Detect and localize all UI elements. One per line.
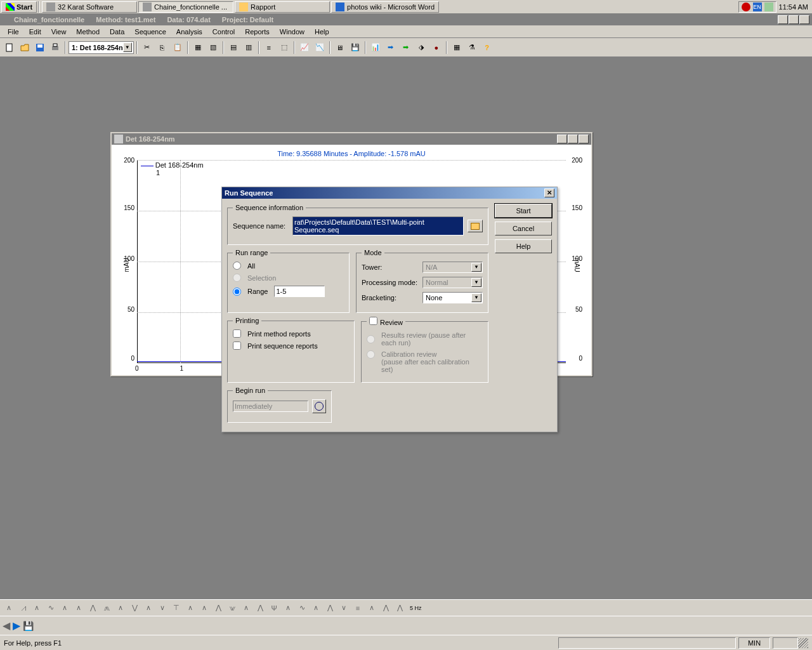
menu-analysis[interactable]: Analysis bbox=[171, 27, 207, 37]
wave-tool[interactable]: ⋀ bbox=[324, 602, 336, 614]
wave-tool[interactable]: ∧ bbox=[30, 602, 43, 614]
wave-tool[interactable]: ⋀ bbox=[379, 602, 392, 614]
wave-tool[interactable]: ∧ bbox=[3, 602, 15, 614]
task-word[interactable]: photos wiki - Microsoft Word bbox=[331, 1, 439, 13]
menu-data[interactable]: Data bbox=[105, 27, 129, 37]
wave-tool[interactable]: Ψ bbox=[268, 602, 280, 614]
paste-button[interactable]: 📋 bbox=[171, 41, 185, 55]
tool-button[interactable]: ⬗ bbox=[414, 41, 428, 55]
copy-button[interactable]: ⎘ bbox=[155, 41, 169, 55]
wave-tool[interactable]: ∧ bbox=[58, 602, 71, 614]
cut-button[interactable]: ✂ bbox=[140, 41, 154, 55]
wave-tool[interactable]: ∧ bbox=[184, 602, 197, 614]
lang-indicator[interactable]: EN bbox=[753, 3, 762, 11]
wave-tool[interactable]: ∿ bbox=[296, 602, 308, 614]
save-button[interactable]: 💾 bbox=[23, 621, 34, 631]
start-button[interactable]: Start bbox=[1, 1, 37, 13]
radio-range[interactable] bbox=[233, 288, 241, 296]
record-button[interactable]: ● bbox=[429, 41, 443, 55]
chart-button[interactable]: 📉 bbox=[313, 41, 327, 55]
wave-tool[interactable]: ∧ bbox=[72, 602, 85, 614]
menu-window[interactable]: Window bbox=[275, 27, 310, 37]
task-karat[interactable]: 32 Karat Software bbox=[42, 1, 137, 13]
tool-button[interactable]: ⚗ bbox=[465, 41, 479, 55]
sequence-name-input[interactable]: rat\Projects\Default\Data\TEST\Multi-poi… bbox=[292, 216, 464, 235]
tray-icon-2[interactable] bbox=[764, 3, 773, 11]
schedule-button[interactable] bbox=[312, 399, 326, 413]
wave-tool[interactable]: ⩘ bbox=[16, 602, 29, 614]
tray-icon-1[interactable] bbox=[742, 3, 750, 11]
restore-button[interactable]: ❐ bbox=[789, 15, 799, 24]
tool-button[interactable]: ▧ bbox=[206, 41, 220, 55]
wave-tool[interactable]: ∧ bbox=[198, 602, 211, 614]
help-button[interactable]: Help bbox=[495, 239, 552, 253]
wave-tool[interactable]: ≡ bbox=[351, 602, 364, 614]
tool-button[interactable]: ▦ bbox=[450, 41, 464, 55]
task-chaine[interactable]: Chaine_fonctionnelle ... bbox=[138, 1, 233, 13]
wave-tool[interactable]: ∧ bbox=[282, 602, 294, 614]
save-button[interactable] bbox=[33, 41, 47, 55]
new-button[interactable] bbox=[3, 41, 16, 55]
task-rapport[interactable]: Rapport bbox=[235, 1, 330, 13]
wave-tool[interactable]: ∿ bbox=[44, 602, 57, 614]
child-titlebar[interactable]: Det 168-254nm _ □ ✕ bbox=[112, 133, 591, 145]
cancel-button[interactable]: Cancel bbox=[495, 222, 552, 235]
wave-tool[interactable]: ∨ bbox=[337, 602, 350, 614]
wave-tool[interactable]: ∧ bbox=[310, 602, 322, 614]
chart-button[interactable]: 📈 bbox=[298, 41, 311, 55]
wave-tool[interactable]: ∧ bbox=[114, 602, 127, 614]
close-button[interactable]: ✕ bbox=[579, 135, 589, 143]
wave-tool[interactable]: ⋀ bbox=[393, 602, 406, 614]
menu-method[interactable]: Method bbox=[71, 27, 105, 37]
wave-tool[interactable]: ⋀ bbox=[86, 602, 99, 614]
check-print-sequence[interactable] bbox=[233, 342, 241, 350]
bracketing-combo[interactable]: None bbox=[422, 292, 483, 303]
tool-button[interactable]: 📊 bbox=[369, 41, 383, 55]
tool-button[interactable]: ≡ bbox=[262, 41, 276, 55]
browse-button[interactable] bbox=[468, 220, 483, 232]
arrow-right-icon[interactable]: ➡ bbox=[384, 41, 398, 55]
minimize-button[interactable]: _ bbox=[778, 15, 788, 24]
check-print-method[interactable] bbox=[233, 329, 241, 338]
minimize-button[interactable]: _ bbox=[557, 135, 567, 143]
menu-help[interactable]: Help bbox=[310, 27, 334, 37]
dialog-titlebar[interactable]: Run Sequence ✕ bbox=[222, 187, 557, 199]
dialog-close-button[interactable]: ✕ bbox=[544, 189, 554, 197]
menu-edit[interactable]: Edit bbox=[24, 27, 46, 37]
tool-button[interactable]: ▤ bbox=[226, 41, 240, 55]
check-review[interactable] bbox=[369, 317, 377, 325]
wave-tool[interactable]: ∧ bbox=[142, 602, 155, 614]
tool-button[interactable]: 💾 bbox=[348, 41, 362, 55]
tool-button[interactable]: ⬚ bbox=[277, 41, 291, 55]
tool-button[interactable]: ▦ bbox=[191, 41, 205, 55]
close-button[interactable]: ✕ bbox=[799, 15, 809, 24]
menu-view[interactable]: View bbox=[46, 27, 72, 37]
clock[interactable]: 11:54 AM bbox=[776, 3, 811, 11]
detector-combo[interactable]: 1: Det 168-254n bbox=[69, 41, 134, 54]
radio-all[interactable] bbox=[233, 262, 241, 270]
wave-tool[interactable]: ⋀ bbox=[212, 602, 225, 614]
wave-tool[interactable]: ∨ bbox=[156, 602, 169, 614]
resize-grip[interactable] bbox=[798, 638, 808, 648]
range-input[interactable] bbox=[274, 286, 325, 297]
wave-tool[interactable]: ⩕ bbox=[100, 602, 113, 614]
wave-tool[interactable]: ∧ bbox=[365, 602, 378, 614]
wave-tool[interactable]: ∧ bbox=[240, 602, 252, 614]
help-button[interactable]: ? bbox=[480, 41, 494, 55]
menu-reports[interactable]: Reports bbox=[240, 27, 275, 37]
wave-tool[interactable]: ⊤ bbox=[170, 602, 183, 614]
print-button[interactable] bbox=[48, 41, 62, 55]
wave-tool[interactable]: ⩖ bbox=[226, 602, 239, 614]
wave-tool[interactable]: ⋁ bbox=[128, 602, 141, 614]
open-button[interactable] bbox=[18, 41, 32, 55]
start-button[interactable]: Start bbox=[495, 204, 552, 218]
menu-file[interactable]: File bbox=[3, 27, 24, 37]
menu-control[interactable]: Control bbox=[207, 27, 240, 37]
prev-button[interactable]: ◀ bbox=[3, 620, 10, 632]
tool-button[interactable]: 🖥 bbox=[333, 41, 347, 55]
play-button[interactable]: ▶ bbox=[13, 620, 20, 632]
arrow-right-icon[interactable]: ➡ bbox=[399, 41, 413, 55]
maximize-button[interactable]: □ bbox=[568, 135, 578, 143]
tool-button[interactable]: ▥ bbox=[242, 41, 256, 55]
wave-tool[interactable]: ⋀ bbox=[254, 602, 266, 614]
